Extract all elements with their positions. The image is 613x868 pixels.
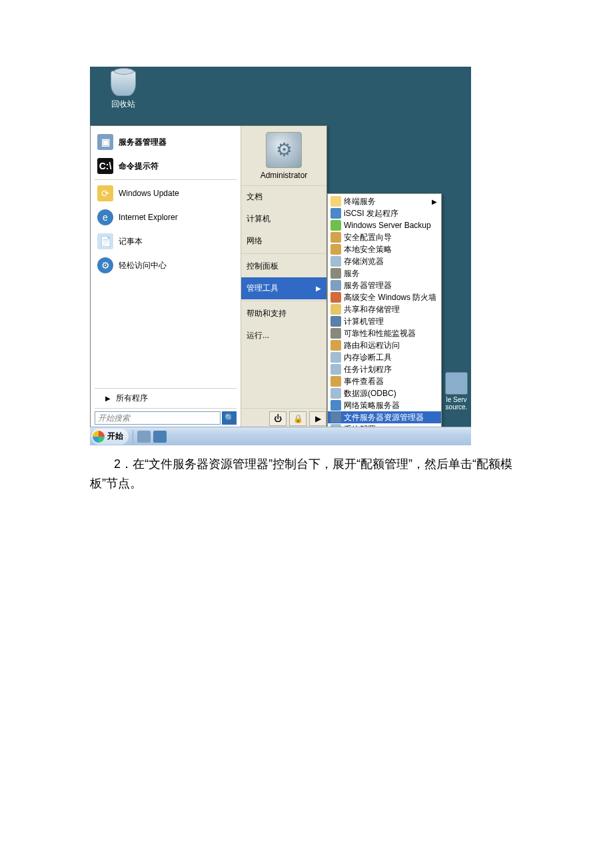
rc-admin-tools[interactable]: 管理工具 ▶ <box>241 277 326 299</box>
server-manager-icon: ▣ <box>97 134 113 150</box>
sm-odbc[interactable]: 数据源(ODBC) <box>328 387 441 399</box>
admin-tools-submenu: 终端服务 ▶ iSCSI 发起程序 Windows Server Backup … <box>327 193 442 437</box>
power-button[interactable]: ⏻ <box>269 411 287 426</box>
wizard-icon <box>330 232 341 243</box>
firewall-icon <box>330 292 341 303</box>
folder-icon <box>330 196 341 207</box>
windows-logo-icon <box>93 431 105 443</box>
taskbar-separator <box>133 430 133 443</box>
chevron-right-icon: ▶ <box>315 414 321 423</box>
rc-help[interactable]: 帮助和支持 <box>241 303 326 325</box>
computer-mgmt-icon <box>330 316 341 327</box>
gear-icon <box>330 268 341 279</box>
sm-services[interactable]: 服务 <box>328 267 441 279</box>
share-icon <box>330 304 341 315</box>
sm-routing[interactable]: 路由和远程访问 <box>328 339 441 351</box>
sm-storage-browser[interactable]: 存储浏览器 <box>328 255 441 267</box>
instruction-text: 2．在“文件服务器资源管理器”控制台下，展开“配额管理”，然后单击“配额模板”节… <box>90 455 523 493</box>
user-name: Administrator <box>261 171 308 180</box>
taskbar-server-manager-icon[interactable] <box>137 431 151 443</box>
sm-fsrm[interactable]: 文件服务器资源管理器 <box>328 411 441 423</box>
storage-icon <box>330 256 341 267</box>
desktop-screenshot: 回收站 le Serv source. ▣ 服务器管理器 C:\ 命令提示符 <box>90 67 471 445</box>
backup-icon <box>330 220 341 231</box>
user-tile[interactable]: ⚙ Administrator <box>241 126 326 186</box>
server-manager-icon <box>330 280 341 291</box>
event-icon <box>330 376 341 387</box>
shutdown-menu-button[interactable]: ▶ <box>309 411 326 426</box>
sm-iscsi[interactable]: iSCSI 发起程序 <box>328 207 441 219</box>
prog-server-manager[interactable]: ▣ 服务器管理器 <box>95 130 237 154</box>
search-row: 🔍 <box>95 408 237 426</box>
prog-notepad[interactable]: 📄 记事本 <box>95 229 237 253</box>
taskbar: 开始 <box>90 427 471 445</box>
power-icon: ⏻ <box>274 414 282 423</box>
globe-icon <box>330 208 341 219</box>
start-menu: ▣ 服务器管理器 C:\ 命令提示符 ⟳ Windows Update e In… <box>90 125 327 429</box>
taskbar-start-button[interactable]: 开始 <box>91 429 129 445</box>
nps-icon <box>330 400 341 411</box>
recycle-bin[interactable]: 回收站 <box>107 71 140 110</box>
sm-memory-diag[interactable]: 内存诊断工具 <box>328 351 441 363</box>
odbc-icon <box>330 388 341 399</box>
all-programs[interactable]: ▶ 所有程序 <box>95 388 237 408</box>
separator <box>95 179 237 180</box>
server-icon <box>445 372 468 395</box>
recycle-bin-label: 回收站 <box>107 99 140 110</box>
clock-icon <box>330 364 341 375</box>
lock-button[interactable]: 🔒 <box>289 411 306 426</box>
fsrm-icon <box>330 412 341 423</box>
rc-computer[interactable]: 计算机 <box>241 208 326 230</box>
sm-local-security[interactable]: 本地安全策略 <box>328 243 441 255</box>
sm-security-wizard[interactable]: 安全配置向导 <box>328 231 441 243</box>
ie-icon: e <box>97 209 113 225</box>
sm-firewall[interactable]: 高级安全 Windows 防火墙 <box>328 291 441 303</box>
prog-ease-of-access[interactable]: ⚙ 轻松访问中心 <box>95 253 237 277</box>
taskbar-desktop-icon[interactable] <box>153 431 167 443</box>
sm-share-storage[interactable]: 共享和存储管理 <box>328 303 441 315</box>
arrow-right-icon: ▶ <box>105 395 111 402</box>
search-input[interactable] <box>95 411 221 425</box>
rc-run[interactable]: 运行... <box>241 325 326 347</box>
side-label1: le Serv <box>442 396 471 403</box>
command-prompt-icon: C:\ <box>97 158 113 174</box>
sm-reliability[interactable]: 可靠性和性能监视器 <box>328 327 441 339</box>
arrow-right-icon: ▶ <box>432 198 437 205</box>
side-label2: source. <box>442 403 471 411</box>
sm-terminal-services[interactable]: 终端服务 ▶ <box>328 195 441 207</box>
notepad-icon: 📄 <box>97 233 113 249</box>
lock-icon: 🔒 <box>293 414 303 423</box>
start-right-column: ⚙ Administrator 文档 计算机 网络 控制面板 管理工具 ▶ 帮助… <box>241 126 326 429</box>
routing-icon <box>330 340 341 351</box>
monitor-icon <box>330 328 341 339</box>
rc-control-panel[interactable]: 控制面板 <box>241 255 326 277</box>
user-picture-icon: ⚙ <box>266 132 302 168</box>
memory-icon <box>330 352 341 363</box>
sm-server-backup[interactable]: Windows Server Backup <box>328 219 441 231</box>
rc-documents[interactable]: 文档 <box>241 186 326 208</box>
sm-nps[interactable]: 网络策略服务器 <box>328 399 441 411</box>
sm-event-viewer[interactable]: 事件查看器 <box>328 375 441 387</box>
prog-internet-explorer[interactable]: e Internet Explorer <box>95 205 237 229</box>
ease-of-access-icon: ⚙ <box>97 257 113 273</box>
sm-server-manager[interactable]: 服务器管理器 <box>328 279 441 291</box>
sm-computer-mgmt[interactable]: 计算机管理 <box>328 315 441 327</box>
arrow-right-icon: ▶ <box>316 285 321 292</box>
start-left-column: ▣ 服务器管理器 C:\ 命令提示符 ⟳ Windows Update e In… <box>91 126 241 429</box>
search-icon: 🔍 <box>225 413 235 423</box>
rc-network[interactable]: 网络 <box>241 230 326 252</box>
power-row: ⏻ 🔒 ▶ <box>241 408 326 429</box>
recycle-bin-icon <box>111 71 136 96</box>
search-button[interactable]: 🔍 <box>222 411 237 425</box>
prog-windows-update[interactable]: ⟳ Windows Update <box>95 181 237 205</box>
prog-command-prompt[interactable]: C:\ 命令提示符 <box>95 154 237 178</box>
windows-update-icon: ⟳ <box>97 185 113 201</box>
sm-task-scheduler[interactable]: 任务计划程序 <box>328 363 441 375</box>
policy-icon <box>330 244 341 255</box>
